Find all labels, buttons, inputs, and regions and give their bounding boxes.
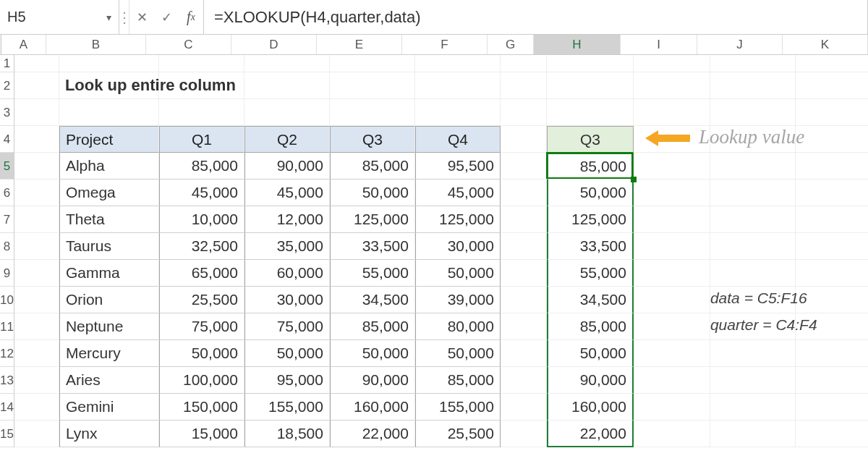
cell-H12[interactable]: 50,000	[547, 340, 634, 367]
cell-E6[interactable]: 50,000	[330, 180, 415, 206]
cell-D8[interactable]: 35,000	[244, 233, 330, 260]
cell-B6[interactable]: Omega	[59, 180, 159, 206]
cell-H6[interactable]: 50,000	[547, 180, 634, 206]
cell-A10[interactable]	[14, 287, 59, 313]
chevron-down-icon[interactable]: ▾	[106, 12, 111, 23]
cell-D5[interactable]: 90,000	[244, 153, 330, 180]
row-header-12[interactable]: 12	[0, 340, 14, 367]
row-header-3[interactable]: 3	[0, 99, 14, 126]
cell-K7[interactable]	[796, 206, 868, 233]
cell-B14[interactable]: Gemini	[59, 394, 159, 421]
cell-E1[interactable]	[330, 55, 415, 72]
cell-B9[interactable]: Gamma	[59, 260, 159, 287]
cell-B7[interactable]: Theta	[59, 206, 159, 233]
cell-C11[interactable]: 75,000	[159, 313, 244, 340]
row-header-10[interactable]: 10	[0, 287, 14, 313]
cell-F4[interactable]: Q4	[415, 126, 501, 153]
row-header-7[interactable]: 7	[0, 206, 14, 233]
cell-G13[interactable]	[501, 367, 547, 394]
row-header-14[interactable]: 14	[0, 394, 14, 421]
cell-I12[interactable]	[634, 340, 710, 367]
cell-A11[interactable]	[14, 313, 59, 340]
cell-K6[interactable]	[796, 180, 868, 206]
cell-C3[interactable]	[159, 99, 244, 126]
cell-F13[interactable]: 85,000	[415, 367, 501, 394]
cell-G8[interactable]	[501, 233, 547, 260]
cell-H1[interactable]	[547, 55, 634, 72]
cell-D6[interactable]: 45,000	[244, 180, 330, 206]
cell-I1[interactable]	[634, 55, 710, 72]
cell-F12[interactable]: 50,000	[415, 340, 501, 367]
cell-C15[interactable]: 15,000	[159, 421, 244, 447]
cell-J3[interactable]	[710, 99, 796, 126]
cell-C13[interactable]: 100,000	[159, 367, 244, 394]
cell-D12[interactable]: 50,000	[244, 340, 330, 367]
cell-E12[interactable]: 50,000	[330, 340, 415, 367]
cell-H9[interactable]: 55,000	[547, 260, 634, 287]
cell-F7[interactable]: 125,000	[415, 206, 501, 233]
cell-G4[interactable]	[501, 126, 547, 153]
cancel-icon[interactable]: ✕	[129, 0, 154, 34]
cell-J13[interactable]	[710, 367, 796, 394]
cell-F3[interactable]	[415, 99, 501, 126]
cell-C2[interactable]	[159, 72, 244, 99]
cell-G2[interactable]	[501, 72, 547, 99]
row-header-2[interactable]: 2	[0, 72, 14, 99]
row-header-9[interactable]: 9	[0, 260, 14, 287]
cell-K15[interactable]	[796, 421, 868, 447]
cell-B10[interactable]: Orion	[59, 287, 159, 313]
cell-I13[interactable]	[634, 367, 710, 394]
cell-C5[interactable]: 85,000	[159, 153, 244, 180]
cell-D14[interactable]: 155,000	[244, 394, 330, 421]
cell-D9[interactable]: 60,000	[244, 260, 330, 287]
cell-J5[interactable]	[710, 153, 796, 180]
cell-E14[interactable]: 160,000	[330, 394, 415, 421]
cell-H10[interactable]: 34,500	[547, 287, 634, 313]
cell-K8[interactable]	[796, 233, 868, 260]
cell-E5[interactable]: 85,000	[330, 153, 415, 180]
cell-F2[interactable]	[415, 72, 501, 99]
cell-I7[interactable]	[634, 206, 710, 233]
cell-H11[interactable]: 85,000	[547, 313, 634, 340]
cell-K9[interactable]	[796, 260, 868, 287]
column-header-H[interactable]: H	[534, 35, 621, 54]
cell-D13[interactable]: 95,000	[244, 367, 330, 394]
cell-H5[interactable]: 85,000	[547, 153, 634, 180]
cell-J7[interactable]	[710, 206, 796, 233]
cell-A1[interactable]	[14, 55, 59, 72]
cell-A13[interactable]	[14, 367, 59, 394]
cell-D2[interactable]	[244, 72, 330, 99]
cell-G11[interactable]	[501, 313, 547, 340]
cell-K1[interactable]	[796, 55, 868, 72]
fx-icon[interactable]: fx	[179, 0, 203, 34]
cell-D3[interactable]	[244, 99, 330, 126]
cell-J9[interactable]	[710, 260, 796, 287]
cell-E11[interactable]: 85,000	[330, 313, 415, 340]
cell-G7[interactable]	[501, 206, 547, 233]
cell-I8[interactable]	[634, 233, 710, 260]
cell-J2[interactable]	[710, 72, 796, 99]
row-header-5[interactable]: 5	[0, 153, 14, 180]
cell-G10[interactable]	[501, 287, 547, 313]
cell-F10[interactable]: 39,000	[415, 287, 501, 313]
cell-E15[interactable]: 22,000	[330, 421, 415, 447]
cell-F5[interactable]: 95,500	[415, 153, 501, 180]
column-header-G[interactable]: G	[488, 35, 534, 54]
cell-D15[interactable]: 18,500	[244, 421, 330, 447]
cell-D7[interactable]: 12,000	[244, 206, 330, 233]
cell-E9[interactable]: 55,000	[330, 260, 415, 287]
cell-C10[interactable]: 25,500	[159, 287, 244, 313]
cell-J15[interactable]	[710, 421, 796, 447]
cell-H13[interactable]: 90,000	[547, 367, 634, 394]
cell-K4[interactable]	[796, 126, 868, 153]
cell-C8[interactable]: 32,500	[159, 233, 244, 260]
cell-E2[interactable]	[330, 72, 415, 99]
column-header-E[interactable]: E	[317, 35, 402, 54]
cell-K2[interactable]	[796, 72, 868, 99]
cell-G12[interactable]	[501, 340, 547, 367]
cell-F8[interactable]: 30,000	[415, 233, 501, 260]
column-header-B[interactable]: B	[46, 35, 146, 54]
cell-K5[interactable]	[796, 153, 868, 180]
cell-F15[interactable]: 25,500	[415, 421, 501, 447]
cell-A4[interactable]	[14, 126, 59, 153]
